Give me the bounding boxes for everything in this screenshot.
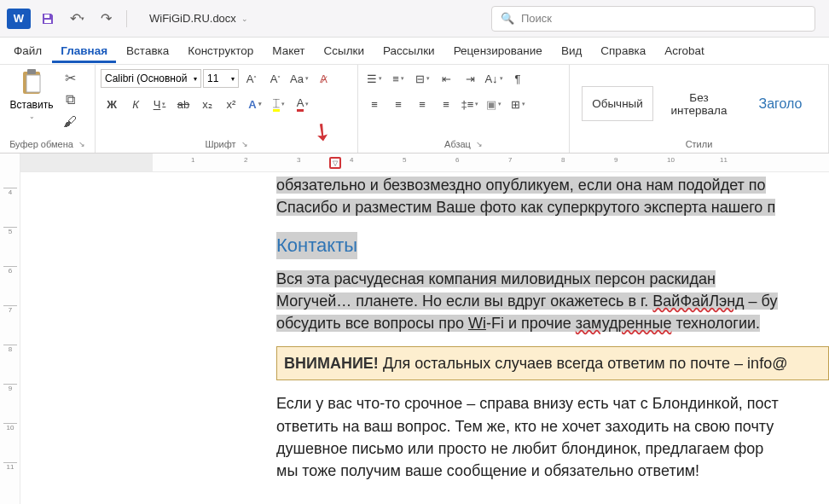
style-no-spacing[interactable]: Без интервала <box>660 81 738 127</box>
group-clipboard: Вставить ⌄ ✂ ⧉ 🖌 Буфер обмена↘ <box>0 65 96 153</box>
undo-icon[interactable]: ↶▾ <box>65 7 89 31</box>
superscript-button[interactable]: x² <box>220 94 242 114</box>
paragraph-launcher-icon[interactable]: ↘ <box>476 140 483 148</box>
cut-icon[interactable]: ✂ <box>61 68 79 87</box>
italic-button[interactable]: К <box>125 94 147 114</box>
format-painter-icon[interactable]: 🖌 <box>61 113 79 131</box>
multilevel-list-icon[interactable]: ⊟ <box>411 68 433 89</box>
tab-layout[interactable]: Макет <box>264 39 313 63</box>
ribbon-tabs: Файл Главная Вставка Конструктор Макет С… <box>0 38 829 65</box>
font-launcher-icon[interactable]: ↘ <box>241 140 248 148</box>
tab-mailings[interactable]: Рассылки <box>374 39 443 63</box>
align-left-icon[interactable]: ≡ <box>363 94 386 114</box>
tab-review[interactable]: Рецензирование <box>445 39 551 63</box>
tab-design[interactable]: Конструктор <box>179 39 262 63</box>
text-selected[interactable]: Спасибо и разместим Ваше фото как суперк… <box>276 199 775 216</box>
style-heading1[interactable]: Заголо <box>745 86 816 122</box>
svg-rect-0 <box>44 14 49 18</box>
document-title[interactable]: WiFiGiD.RU.docx⌄ <box>149 12 248 25</box>
show-marks-icon[interactable]: ¶ <box>507 68 529 89</box>
tab-file[interactable]: Файл <box>5 39 50 63</box>
strike-button[interactable]: ab <box>172 94 194 114</box>
increase-indent-icon[interactable]: ⇥ <box>459 68 481 89</box>
tab-home[interactable]: Главная <box>52 39 116 63</box>
notice-box[interactable]: ВНИМАНИЕ! Для остальных случаев всегда о… <box>276 346 829 380</box>
bold-button[interactable]: Ж <box>101 94 123 114</box>
underline-button[interactable]: Ч <box>148 94 171 114</box>
tab-insert[interactable]: Вставка <box>118 39 177 63</box>
document-area: 4567891011 1234567891011 обязательно и б… <box>0 154 829 504</box>
change-case-icon[interactable]: Aa <box>288 68 310 89</box>
highlight-icon[interactable]: ⌶ <box>268 94 290 114</box>
title-bar: W ↶▾ ↷ WiFiGiD.RU.docx⌄ 🔍 Поиск <box>0 0 829 38</box>
borders-icon[interactable]: ⊞ <box>507 94 529 114</box>
vertical-ruler[interactable]: 4567891011 <box>0 154 20 504</box>
justify-icon[interactable]: ≡ <box>435 94 457 114</box>
horizontal-ruler[interactable]: 1234567891011 <box>20 154 829 172</box>
shading-icon[interactable]: ▣ <box>483 94 505 114</box>
style-normal[interactable]: Обычный <box>582 86 653 121</box>
tab-acrobat[interactable]: Acrobat <box>656 39 713 63</box>
font-size-select[interactable]: 11▾ <box>203 69 239 88</box>
document-page[interactable]: обязательно и безвозмездно опубликуем, е… <box>20 172 829 482</box>
align-right-icon[interactable]: ≡ <box>411 94 433 114</box>
group-styles: Обычный Без интервала Заголо Стили <box>570 65 829 153</box>
tab-help[interactable]: Справка <box>592 39 654 63</box>
search-input[interactable]: 🔍 Поиск <box>491 6 815 32</box>
svg-rect-1 <box>44 20 51 23</box>
heading-contacts[interactable]: Контакты <box>276 232 357 259</box>
increase-font-icon[interactable]: A˄ <box>241 68 263 89</box>
svg-rect-4 <box>27 69 36 74</box>
clear-formatting-icon[interactable]: A̷ <box>312 68 334 89</box>
qat-separator <box>126 10 127 27</box>
save-icon[interactable] <box>36 7 60 31</box>
group-paragraph: ➘ ☰ ≡ ⊟ ⇤ ⇥ A↓ ¶ ≡ ≡ ≡ ≡ ‡≡ ▣ ⊞ Абзац↘ <box>358 65 570 153</box>
decrease-font-icon[interactable]: A˅ <box>264 68 287 89</box>
paste-label[interactable]: Вставить <box>10 99 54 111</box>
search-icon: 🔍 <box>501 12 514 25</box>
svg-rect-3 <box>26 75 40 92</box>
decrease-indent-icon[interactable]: ⇤ <box>435 68 457 89</box>
font-name-select[interactable]: Calibri (Основной▾ <box>101 69 201 88</box>
tab-references[interactable]: Ссылки <box>316 39 374 63</box>
sort-icon[interactable]: A↓ <box>483 68 505 89</box>
first-line-indent-marker[interactable] <box>329 157 341 169</box>
text-selected[interactable]: обязательно и безвозмездно опубликуем, е… <box>276 177 766 194</box>
text-effects-icon[interactable]: A <box>244 94 266 114</box>
clipboard-launcher-icon[interactable]: ↘ <box>78 140 85 148</box>
redo-icon[interactable]: ↷ <box>94 7 118 31</box>
align-center-icon[interactable]: ≡ <box>387 94 409 114</box>
paste-icon[interactable] <box>19 68 44 97</box>
ribbon: Вставить ⌄ ✂ ⧉ 🖌 Буфер обмена↘ Calibri (… <box>0 65 829 154</box>
word-app-icon: W <box>7 9 31 29</box>
tab-view[interactable]: Вид <box>553 39 590 63</box>
font-color-icon[interactable]: A <box>292 94 314 114</box>
copy-icon[interactable]: ⧉ <box>61 90 79 109</box>
line-spacing-icon[interactable]: ‡≡ <box>459 94 481 114</box>
subscript-button[interactable]: x₂ <box>196 94 218 114</box>
bullets-icon[interactable]: ☰ <box>363 68 386 89</box>
numbering-icon[interactable]: ≡ <box>387 68 409 89</box>
